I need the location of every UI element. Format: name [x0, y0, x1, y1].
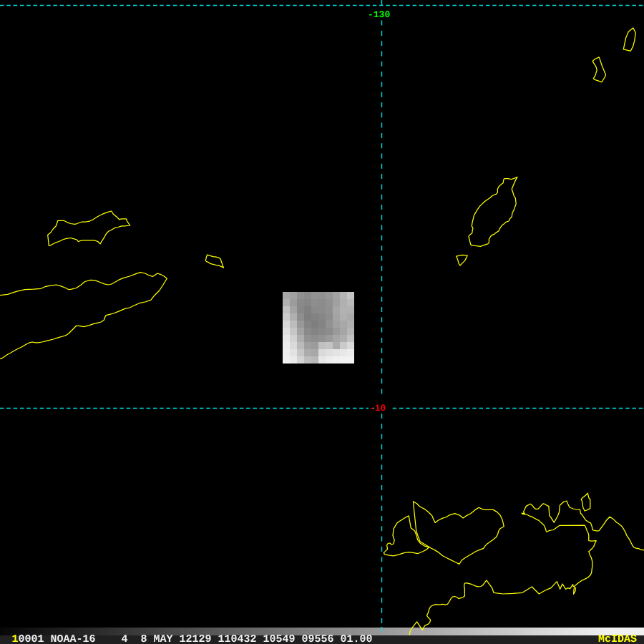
- svg-text:10001 NOAA-16 4 8 MAY 1212: 10001 NOAA-16 4 8 MAY 12129 110432 10549…: [12, 633, 373, 644]
- svg-text:-10: -10: [369, 403, 386, 414]
- svg-text:-130: -130: [368, 9, 390, 20]
- svg-text:McIDAS: McIDAS: [598, 633, 637, 644]
